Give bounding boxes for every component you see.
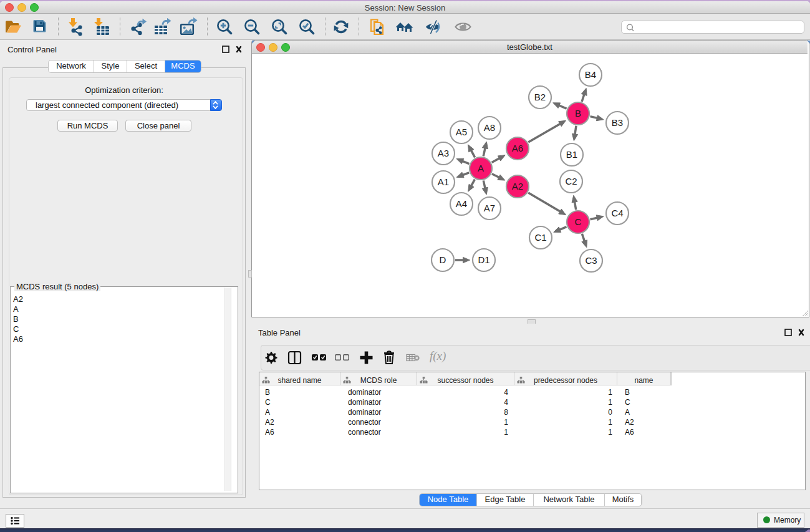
svg-text:A3: A3: [438, 148, 449, 158]
svg-text:D1: D1: [478, 254, 489, 265]
svg-text:B4: B4: [585, 69, 596, 80]
svg-text:C4: C4: [611, 208, 623, 218]
svg-text:C: C: [575, 216, 582, 227]
svg-text:B: B: [575, 108, 581, 118]
svg-text:A4: A4: [456, 198, 467, 209]
svg-text:C3: C3: [585, 255, 597, 266]
svg-text:A5: A5: [456, 127, 467, 137]
svg-text:A: A: [478, 163, 484, 173]
svg-text:C1: C1: [534, 232, 546, 243]
svg-text:A1: A1: [438, 177, 449, 187]
svg-text:C2: C2: [565, 176, 577, 186]
svg-text:B2: B2: [534, 92, 546, 102]
svg-text:B1: B1: [566, 149, 577, 160]
svg-text:A6: A6: [512, 143, 523, 153]
svg-text:A2: A2: [512, 181, 523, 191]
svg-text:A8: A8: [484, 122, 495, 133]
svg-text:B3: B3: [612, 117, 623, 128]
svg-text:A7: A7: [484, 203, 495, 213]
svg-text:D: D: [440, 254, 446, 265]
